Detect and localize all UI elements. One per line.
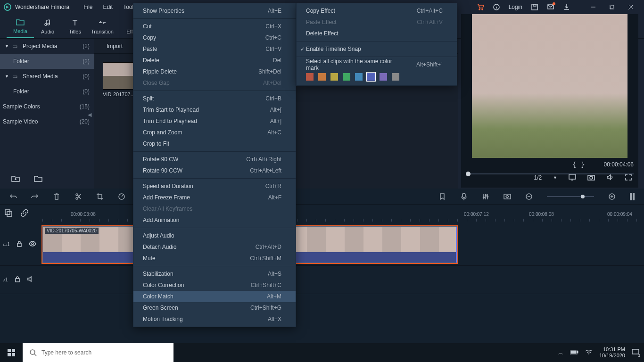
taskbar-clock[interactable]: 10:31 PM 10/19/2020 bbox=[599, 346, 625, 359]
download-icon[interactable] bbox=[563, 3, 570, 11]
menu-item-crop-and-zoom[interactable]: Crop and ZoomAlt+C bbox=[133, 127, 296, 138]
battery-icon[interactable] bbox=[570, 350, 578, 355]
login-link[interactable]: Login bbox=[509, 4, 522, 10]
audio-mixer-icon[interactable] bbox=[482, 193, 489, 200]
delete-icon[interactable] bbox=[53, 193, 60, 200]
menu-item-motion-tracking[interactable]: Motion TrackingAlt+X bbox=[133, 313, 296, 325]
undo-icon[interactable] bbox=[9, 193, 17, 200]
menu-item-trim-end-to-playhead[interactable]: Trim End to PlayheadAlt+] bbox=[133, 115, 296, 127]
fullscreen-icon[interactable] bbox=[625, 174, 632, 182]
menu-item-rotate-90-ccw[interactable]: Rotate 90 CCWCtrl+Alt+Left bbox=[133, 165, 296, 176]
menu-item-trim-start-to-playhead[interactable]: Trim Start to PlayheadAlt+[ bbox=[133, 104, 296, 115]
tree-folder-2[interactable]: Folder (0) bbox=[0, 84, 94, 99]
import-tab[interactable]: Import bbox=[107, 43, 123, 49]
speaker-icon[interactable] bbox=[27, 276, 33, 284]
color-swatch[interactable] bbox=[392, 73, 399, 81]
menu-item-delete[interactable]: DeleteDel bbox=[133, 55, 296, 66]
color-swatch[interactable] bbox=[343, 73, 350, 81]
tree-shared-media[interactable]: ▼ ▭ Shared Media (0) bbox=[0, 69, 94, 84]
preview-ratio[interactable]: 1/2 bbox=[534, 174, 542, 181]
panel-collapse-icon[interactable]: ◀ bbox=[88, 112, 92, 119]
menu-item-delete-effect[interactable]: Delete Effect bbox=[297, 28, 457, 39]
tray-chevron-icon[interactable]: ︿ bbox=[558, 349, 563, 356]
color-swatch[interactable] bbox=[380, 73, 387, 81]
crop-icon[interactable] bbox=[96, 193, 104, 200]
info-icon[interactable] bbox=[493, 3, 500, 11]
menu-item-mute[interactable]: MuteCtrl+Shift+M bbox=[133, 253, 296, 264]
keyframe-icon[interactable] bbox=[504, 193, 511, 200]
zoom-slider[interactable] bbox=[547, 196, 594, 197]
tree-project-media[interactable]: ▼ ▭ Project Media (2) bbox=[0, 39, 94, 54]
zoom-fit-icon[interactable] bbox=[630, 193, 635, 200]
menu-item-rotate-90-cw[interactable]: Rotate 90 CWCtrl+Alt+Right bbox=[133, 154, 296, 165]
redo-icon[interactable] bbox=[31, 193, 39, 200]
color-swatch[interactable] bbox=[367, 73, 375, 81]
save-icon[interactable] bbox=[531, 3, 538, 11]
menu-item-enable-timeline-snap[interactable]: ✓Enable Timeline Snap bbox=[297, 43, 457, 55]
tree-sample-colors[interactable]: Sample Colors (15) bbox=[0, 99, 94, 114]
menu-file[interactable]: File bbox=[83, 4, 92, 10]
color-swatch[interactable] bbox=[355, 73, 363, 81]
menu-item-ripple-delete[interactable]: Ripple DeleteShift+Del bbox=[133, 66, 296, 77]
tab-audio[interactable]: Audio bbox=[34, 14, 61, 38]
menu-item-add-freeze-frame[interactable]: Add Freeze FrameAlt+F bbox=[133, 192, 296, 203]
start-button[interactable] bbox=[0, 343, 23, 362]
color-swatches bbox=[297, 70, 457, 83]
preview-scrubber[interactable] bbox=[466, 173, 634, 174]
tab-transition[interactable]: Transition bbox=[89, 14, 116, 38]
menu-item-color-correction[interactable]: Color CorrectionCtrl+Shift+C bbox=[133, 280, 296, 291]
message-icon[interactable] bbox=[547, 3, 554, 11]
menu-item-green-screen[interactable]: Green ScreenCtrl+Shift+G bbox=[133, 302, 296, 313]
tab-titles[interactable]: Titles bbox=[61, 14, 89, 38]
mic-icon[interactable] bbox=[460, 193, 468, 200]
svg-rect-31 bbox=[16, 279, 19, 282]
maximize-button[interactable] bbox=[603, 0, 621, 14]
menu-item-detach-audio[interactable]: Detach AudioCtrl+Alt+D bbox=[133, 241, 296, 253]
menu-item-speed-and-duration[interactable]: Speed and DurationCtrl+R bbox=[133, 181, 296, 192]
notification-icon[interactable]: 3 bbox=[632, 348, 639, 357]
preview-video[interactable] bbox=[472, 14, 627, 158]
menu-edit[interactable]: Edit bbox=[103, 4, 113, 10]
menu-item-cut[interactable]: CutCtrl+X bbox=[133, 21, 296, 32]
speed-icon[interactable] bbox=[118, 193, 125, 200]
menu-item-add-animation[interactable]: Add Animation bbox=[133, 214, 296, 226]
folder-icon[interactable] bbox=[34, 175, 42, 183]
color-swatch[interactable] bbox=[306, 73, 314, 81]
close-button[interactable] bbox=[621, 0, 640, 14]
menu-item-split[interactable]: SplitCtrl+B bbox=[133, 93, 296, 104]
tree-sample-video[interactable]: Sample Video (20) bbox=[0, 114, 94, 129]
wifi-icon[interactable] bbox=[585, 349, 593, 356]
lock-icon[interactable] bbox=[15, 276, 20, 284]
color-swatch[interactable] bbox=[318, 73, 326, 81]
chevron-down-icon[interactable]: ▼ bbox=[553, 175, 557, 180]
tab-media[interactable]: Media bbox=[7, 14, 34, 38]
minimize-button[interactable] bbox=[584, 0, 603, 14]
menu-item-crop-to-fit[interactable]: Crop to Fit bbox=[133, 138, 296, 149]
color-swatch[interactable] bbox=[330, 73, 338, 81]
cart-icon[interactable] bbox=[477, 3, 484, 11]
mark-out-icon[interactable]: } bbox=[581, 161, 585, 168]
taskbar-search[interactable]: Type here to search bbox=[23, 343, 173, 362]
audio-track-1[interactable]: ♪1 bbox=[0, 266, 644, 294]
timeline-ruler[interactable]: 00:00:03:08 00:00:07:12 00:00:08:08 00:0… bbox=[0, 205, 644, 223]
zoom-in-icon[interactable] bbox=[608, 193, 616, 200]
menu-item-color-match[interactable]: Color MatchAlt+M bbox=[133, 291, 296, 302]
tree-folder-1[interactable]: Folder (2) bbox=[0, 54, 94, 69]
marker-icon[interactable] bbox=[438, 193, 446, 200]
split-icon[interactable] bbox=[74, 193, 82, 200]
menu-item-copy[interactable]: CopyCtrl+C bbox=[133, 32, 296, 43]
eye-icon[interactable] bbox=[29, 241, 36, 248]
menu-item-show-properties[interactable]: Show PropertiesAlt+E bbox=[133, 5, 296, 16]
zoom-out-icon[interactable] bbox=[525, 193, 533, 200]
camera-icon[interactable] bbox=[587, 174, 595, 182]
display-icon[interactable] bbox=[569, 174, 576, 182]
lock-icon[interactable] bbox=[17, 240, 22, 248]
menu-item-paste[interactable]: PasteCtrl+V bbox=[133, 43, 296, 55]
volume-icon[interactable] bbox=[606, 174, 614, 182]
new-folder-icon[interactable] bbox=[11, 175, 20, 183]
video-track-1[interactable]: ▭1 VID-20170705-WA0020 bbox=[0, 223, 644, 266]
menu-item-stabilization[interactable]: StabilizationAlt+S bbox=[133, 268, 296, 280]
menu-item-adjust-audio[interactable]: Adjust Audio bbox=[133, 230, 296, 241]
menu-item-copy-effect[interactable]: Copy EffectCtrl+Alt+C bbox=[297, 5, 457, 16]
mark-in-icon[interactable]: { bbox=[572, 161, 576, 168]
